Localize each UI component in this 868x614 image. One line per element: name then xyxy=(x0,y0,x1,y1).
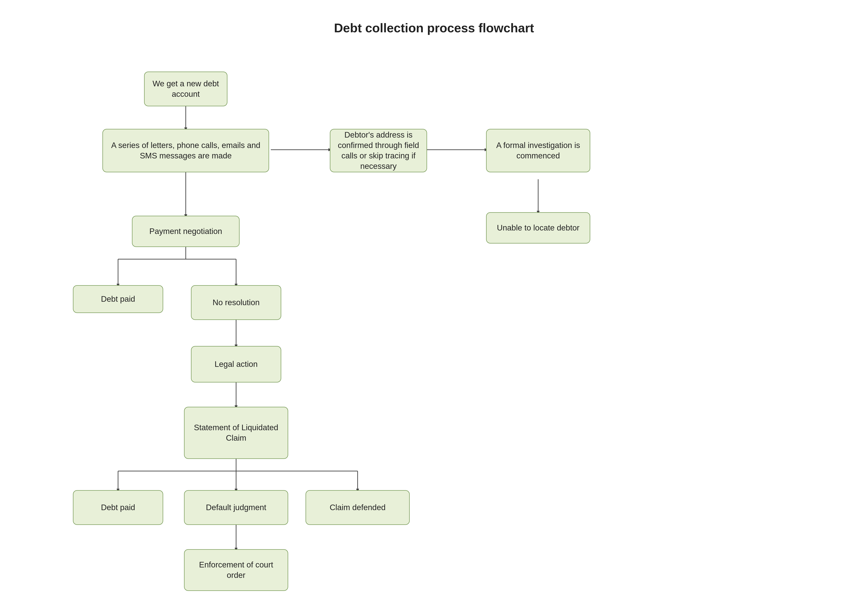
node-unable-to-locate: Unable to locate debtor xyxy=(486,212,590,244)
node-default-judgment: Default judgment xyxy=(184,490,288,525)
node-no-resolution: No resolution xyxy=(191,285,281,320)
page-title: Debt collection process flowchart xyxy=(0,0,868,45)
node-enforcement: Enforcement of court order xyxy=(184,549,288,591)
node-claim-defended: Claim defended xyxy=(305,490,410,525)
node-payment-negotiation: Payment negotiation xyxy=(132,216,240,247)
node-debt-paid-2: Debt paid xyxy=(73,490,163,525)
node-new-debt: We get a new debt account xyxy=(144,72,228,106)
node-statement-liquidated: Statement of Liquidated Claim xyxy=(184,407,288,459)
node-debt-paid-1: Debt paid xyxy=(73,285,163,313)
node-debtor-address: Debtor's address is confirmed through fi… xyxy=(330,129,427,172)
node-letters: A series of letters, phone calls, emails… xyxy=(102,129,269,172)
node-formal-investigation: A formal investigation is commenced xyxy=(486,129,590,172)
node-legal-action: Legal action xyxy=(191,346,281,382)
